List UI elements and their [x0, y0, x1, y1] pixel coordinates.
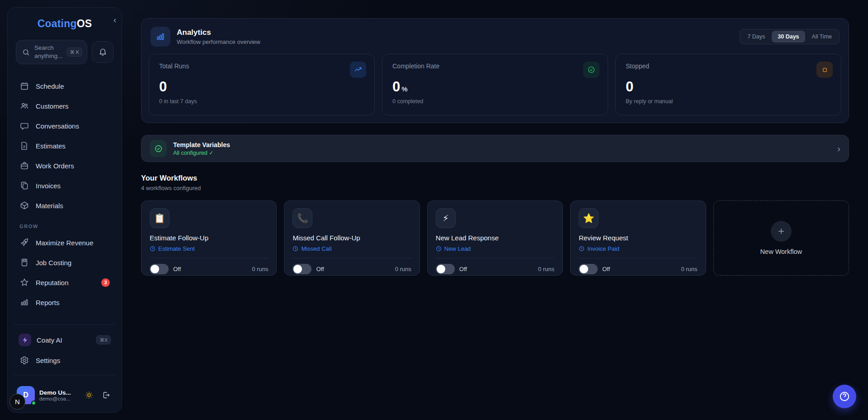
- logout-button[interactable]: [100, 389, 113, 401]
- star-emoji-icon: ⭐: [579, 208, 599, 228]
- sidebar-item-invoices[interactable]: Invoices: [16, 176, 113, 196]
- bar-chart-icon: [19, 297, 29, 307]
- sidebar-item-conversations[interactable]: Conversations: [16, 116, 113, 136]
- workflow-toggle[interactable]: [292, 264, 311, 274]
- workflow-toggle[interactable]: [579, 264, 598, 274]
- workflow-toggle[interactable]: [150, 264, 169, 274]
- user-name: Demo Us...: [39, 389, 78, 396]
- stat-caption: 0 completed: [392, 98, 598, 105]
- filter-7-days[interactable]: 7 Days: [741, 31, 771, 43]
- main-content: Analytics Workflow performance overview …: [122, 0, 868, 420]
- workflow-card-review-request[interactable]: ⭐ Review Request Invoice Paid Off 0 runs: [570, 200, 706, 276]
- logout-icon: [102, 391, 110, 399]
- sidebar-divider: [14, 325, 115, 325]
- toggle-state-label: Off: [459, 266, 533, 272]
- workflow-card-missed-call-follow-up[interactable]: 📞 Missed Call Follow-Up Missed Call Off …: [284, 200, 420, 276]
- sidebar-item-customers[interactable]: Customers: [16, 96, 113, 116]
- coaty-shortcut-badge: ⌘X: [96, 335, 111, 344]
- coaty-ai-label: Coaty AI: [37, 336, 91, 344]
- sidebar-item-estimates[interactable]: Estimates: [16, 136, 113, 156]
- toggle-state-label: Off: [316, 266, 390, 272]
- search-shortcut-badge: ⌘ K: [67, 48, 82, 57]
- phone-emoji-icon: 📞: [292, 208, 312, 228]
- clock-icon: [150, 246, 156, 252]
- workflow-title: Estimate Follow-Up: [150, 234, 268, 242]
- gear-icon: [19, 355, 29, 365]
- calculator-icon: [19, 258, 29, 267]
- divider: [150, 258, 268, 258]
- help-button[interactable]: [833, 385, 856, 408]
- clock-icon: [579, 246, 585, 252]
- document-icon: [19, 141, 29, 151]
- rocket-icon: [19, 238, 29, 248]
- stat-label: Completion Rate: [392, 62, 598, 70]
- divider: [436, 258, 554, 258]
- sidebar-item-settings[interactable]: Settings: [16, 350, 113, 370]
- toggle-state-label: Off: [173, 266, 247, 272]
- runs-count: 0 runs: [681, 266, 697, 272]
- time-range-segmented-control: 7 Days 30 Days All Time: [740, 29, 840, 44]
- user-meta: Demo Us... demo@coa...: [39, 389, 78, 401]
- stat-caption: By reply or manual: [626, 98, 831, 105]
- divider: [292, 258, 411, 258]
- sidebar-item-job-costing[interactable]: Job Costing: [16, 253, 113, 272]
- workflow-card-estimate-follow-up[interactable]: 📋 Estimate Follow-Up Estimate Sent Off 0…: [141, 200, 277, 276]
- chat-icon: [19, 121, 29, 131]
- workflow-card-new-lead-response[interactable]: ⚡ New Lead Response New Lead Off 0 runs: [427, 200, 563, 276]
- runs-count: 0 runs: [252, 266, 268, 272]
- sidebar-item-maximize-revenue[interactable]: Maximize Revenue: [16, 233, 113, 253]
- sidebar-item-coaty-ai[interactable]: Coaty AI ⌘X: [16, 329, 113, 350]
- sidebar-item-label: Reputation: [36, 279, 95, 286]
- search-icon: [21, 47, 31, 57]
- sidebar-item-label: Materials: [36, 202, 110, 210]
- logo-part-coating: Coating: [38, 18, 77, 29]
- briefcase-icon: [19, 161, 29, 171]
- lightning-icon: [19, 334, 31, 346]
- clipboard-emoji-icon: 📋: [150, 208, 170, 228]
- sidebar-item-label: Conversations: [36, 122, 110, 130]
- sidebar-item-work-orders[interactable]: Work Orders: [16, 156, 113, 176]
- workflow-title: Missed Call Follow-Up: [292, 234, 411, 242]
- sidebar-collapse-icon[interactable]: ‹: [113, 16, 116, 24]
- search-placeholder: Search anything...: [34, 44, 63, 60]
- sidebar-item-reputation[interactable]: Reputation 3: [16, 272, 113, 292]
- users-icon: [19, 101, 29, 111]
- stat-label: Stopped: [626, 62, 831, 70]
- analytics-chart-icon: [151, 27, 170, 47]
- cursor-label: N: [15, 398, 20, 406]
- sidebar-item-label: Estimates: [36, 142, 110, 150]
- logo-part-os: OS: [77, 18, 92, 29]
- sidebar-item-label: Maximize Revenue: [36, 239, 110, 247]
- workflows-heading: Your Workflows: [141, 174, 849, 182]
- runs-count: 0 runs: [538, 266, 554, 272]
- divider: [579, 258, 697, 258]
- cursor-presence-chip: N: [9, 394, 25, 410]
- notifications-button[interactable]: [92, 41, 113, 63]
- workflow-trigger: Invoice Paid: [579, 245, 697, 252]
- workflows-subheading: 4 workflows configured: [141, 185, 849, 191]
- copy-pages-icon: [19, 181, 29, 191]
- filter-30-days[interactable]: 30 Days: [772, 31, 805, 43]
- stop-square-icon: [816, 62, 833, 78]
- sidebar-item-schedule[interactable]: Schedule: [16, 76, 113, 96]
- new-workflow-label: New Workflow: [760, 248, 802, 255]
- clock-icon: [436, 246, 442, 252]
- sidebar-item-materials[interactable]: Materials: [16, 196, 113, 215]
- user-profile[interactable]: D Demo Us... demo@coa...: [16, 384, 113, 406]
- toggle-state-label: Off: [602, 266, 676, 272]
- workflow-trigger: New Lead: [436, 245, 554, 252]
- logo-row: CoatingOS ‹: [16, 18, 113, 30]
- sidebar-item-label: Schedule: [36, 82, 110, 90]
- sidebar-item-reports[interactable]: Reports: [16, 292, 113, 312]
- stat-value: 0: [159, 80, 364, 94]
- search-input[interactable]: Search anything... ⌘ K: [16, 40, 87, 64]
- analytics-subtitle: Workflow performance overview: [177, 38, 260, 45]
- calendar-icon: [19, 81, 29, 91]
- template-variables-banner[interactable]: Template Variables All configured ✓ ›: [141, 135, 849, 162]
- workflow-toggle[interactable]: [436, 264, 455, 274]
- theme-toggle-button[interactable]: [83, 389, 95, 401]
- sidebar-item-label: Invoices: [36, 182, 110, 190]
- new-workflow-button[interactable]: New Workflow: [713, 200, 849, 276]
- filter-all-time[interactable]: All Time: [806, 31, 838, 43]
- template-variables-status: All configured ✓: [173, 149, 831, 156]
